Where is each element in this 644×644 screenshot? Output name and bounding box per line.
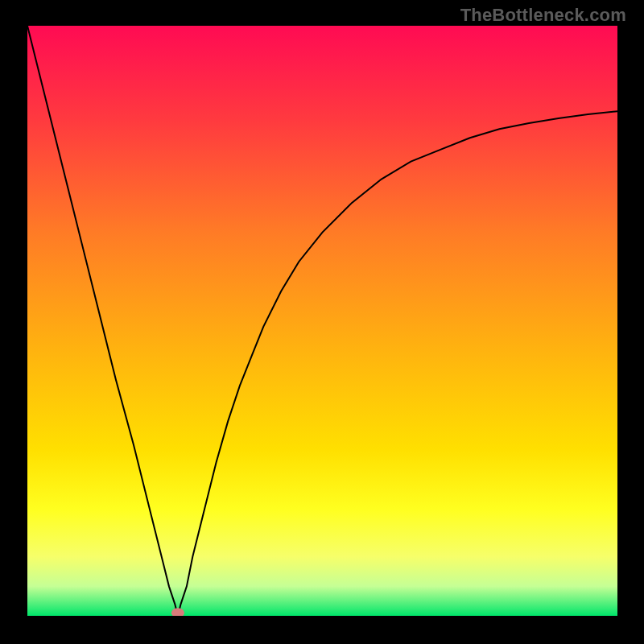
gradient-background	[27, 26, 617, 616]
bottleneck-chart	[27, 26, 617, 616]
chart-frame: TheBottleneck.com	[0, 0, 644, 644]
watermark-label: TheBottleneck.com	[460, 5, 626, 26]
plot-area	[27, 26, 617, 616]
